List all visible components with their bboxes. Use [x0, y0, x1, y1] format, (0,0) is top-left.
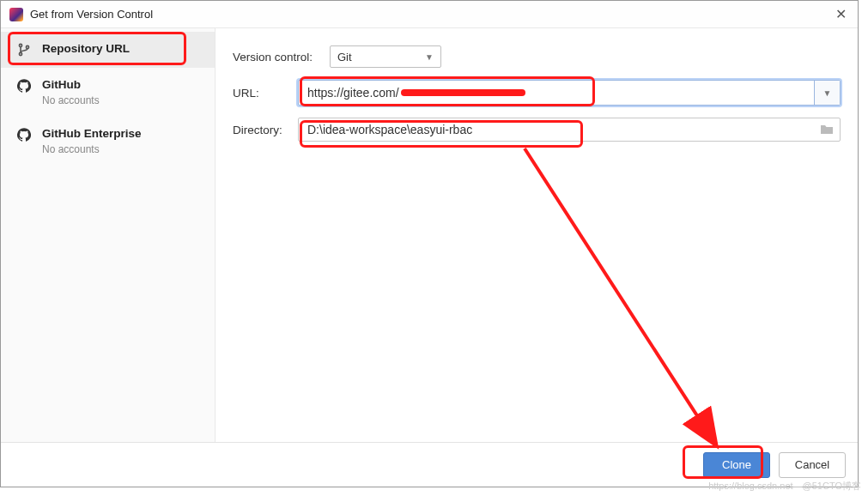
- dialog-window: Get from Version Control ✕ Repository UR…: [0, 0, 859, 487]
- watermark: https://blog.csdn.net—@51CTO博客: [708, 480, 861, 493]
- vcs-label: Version control:: [233, 51, 323, 64]
- url-row: URL: https://gitee.com/ ▼: [233, 80, 841, 106]
- url-history-dropdown[interactable]: ▼: [814, 81, 840, 105]
- directory-label: Directory:: [233, 124, 291, 136]
- url-field: https://gitee.com/ ▼: [298, 80, 841, 106]
- sidebar-item-github-enterprise[interactable]: GitHub Enterprise No accounts: [1, 117, 215, 166]
- sidebar-item-label: GitHub Enterprise: [42, 127, 142, 140]
- chevron-down-icon: ▼: [823, 88, 832, 98]
- sidebar: Repository URL GitHub No accounts: [1, 28, 215, 442]
- sidebar-item-sublabel: No accounts: [42, 143, 142, 155]
- sidebar-item-github[interactable]: GitHub No accounts: [1, 68, 215, 117]
- github-icon: [16, 78, 32, 94]
- dialog-body: Repository URL GitHub No accounts: [1, 28, 858, 442]
- close-icon[interactable]: ✕: [832, 6, 849, 23]
- intellij-icon: [9, 8, 23, 21]
- cancel-button[interactable]: Cancel: [779, 452, 846, 478]
- vcs-row: Version control: Git ▼: [233, 45, 841, 68]
- browse-folder-icon[interactable]: [814, 123, 840, 136]
- svg-point-2: [26, 45, 28, 48]
- vcs-select-value: Git: [337, 51, 352, 64]
- github-icon: [16, 127, 32, 142]
- titlebar: Get from Version Control ✕: [1, 1, 858, 28]
- svg-point-0: [19, 44, 21, 46]
- redaction-mark: [401, 89, 525, 96]
- directory-field: [298, 118, 841, 142]
- git-branch-icon: [16, 42, 32, 57]
- clone-button[interactable]: Clone: [703, 452, 770, 478]
- chevron-down-icon: ▼: [425, 52, 434, 62]
- directory-row: Directory:: [233, 118, 841, 142]
- sidebar-item-repository-url[interactable]: Repository URL: [1, 32, 215, 68]
- sidebar-item-label: GitHub: [42, 78, 100, 91]
- window-title: Get from Version Control: [30, 8, 153, 21]
- directory-input[interactable]: [299, 118, 814, 141]
- url-input[interactable]: https://gitee.com/: [299, 81, 814, 105]
- sidebar-item-label: Repository URL: [42, 42, 130, 55]
- url-label: URL:: [233, 87, 291, 100]
- content-panel: Version control: Git ▼ URL: https://gite…: [215, 28, 858, 442]
- sidebar-item-sublabel: No accounts: [42, 94, 100, 106]
- url-input-text: https://gitee.com/: [307, 86, 399, 100]
- svg-point-1: [19, 52, 21, 55]
- vcs-select[interactable]: Git ▼: [330, 45, 441, 68]
